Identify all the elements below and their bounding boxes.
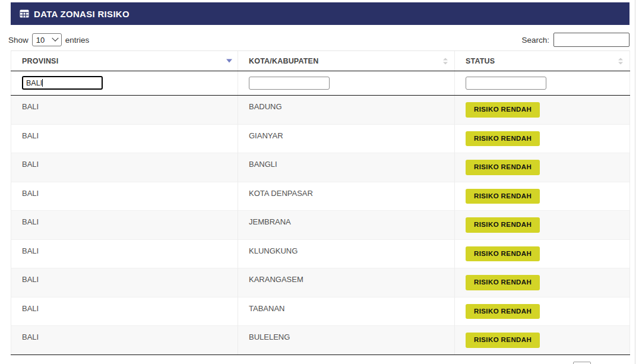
- cell-kota-kabupaten: GIANYAR: [238, 124, 455, 153]
- column-header-kota-kabupaten[interactable]: KOTA/KABUPATEN: [238, 51, 455, 71]
- entries-label: entries: [65, 36, 90, 45]
- page-length-control: Show 10 entries: [8, 33, 89, 46]
- cell-status: RISIKO RENDAH: [455, 268, 630, 297]
- cell-kota-kabupaten: KLUNGKUNG: [238, 239, 455, 268]
- status-badge: RISIKO RENDAH: [466, 333, 540, 348]
- table-icon: [20, 10, 29, 18]
- status-badge: RISIKO RENDAH: [466, 304, 540, 319]
- table-row: BALI BULELENG RISIKO RENDAH: [11, 326, 630, 355]
- status-badge: RISIKO RENDAH: [466, 131, 540, 147]
- table-row: BALI TABANAN RISIKO RENDAH: [11, 297, 630, 326]
- cell-kota-kabupaten: BULELENG: [238, 326, 455, 355]
- cell-provinsi: BALI: [11, 124, 238, 153]
- previous-page-button[interactable]: Previous: [527, 362, 574, 364]
- panel-title-bar: DATA ZONASI RISIKO: [11, 2, 629, 25]
- cell-status: RISIKO RENDAH: [455, 211, 630, 240]
- column-header-status[interactable]: STATUS: [455, 51, 630, 71]
- cell-provinsi: BALI: [11, 96, 238, 125]
- cell-provinsi: BALI: [11, 182, 238, 211]
- cell-kota-kabupaten: KOTA DENPASAR: [238, 182, 455, 211]
- data-zonasi-risiko-panel: DATA ZONASI RISIKO Show 10 entries Searc…: [8, 2, 629, 364]
- column-header-provinsi[interactable]: PROVINSI: [11, 51, 238, 71]
- cell-kota-kabupaten: KARANGASEM: [238, 268, 455, 297]
- table-row: BALI BANGLI RISIKO RENDAH: [11, 153, 630, 182]
- status-badge: RISIKO RENDAH: [466, 160, 540, 175]
- filter-input-kota-kabupaten[interactable]: [249, 77, 330, 90]
- page-title: DATA ZONASI RISIKO: [34, 9, 129, 19]
- filter-input-provinsi[interactable]: [22, 76, 103, 90]
- cell-status: RISIKO RENDAH: [455, 153, 630, 182]
- status-badge: RISIKO RENDAH: [466, 102, 540, 118]
- cell-provinsi: BALI: [11, 211, 238, 240]
- table-row: BALI KLUNGKUNG RISIKO RENDAH: [11, 239, 630, 268]
- cell-status: RISIKO RENDAH: [455, 239, 630, 268]
- sort-both-icon: [442, 58, 448, 64]
- search-label: Search:: [521, 36, 549, 45]
- cell-status: RISIKO RENDAH: [455, 124, 630, 153]
- status-badge: RISIKO RENDAH: [466, 246, 540, 262]
- cell-status: RISIKO RENDAH: [455, 326, 630, 355]
- status-badge: RISIKO RENDAH: [466, 217, 540, 233]
- show-label: Show: [8, 36, 29, 45]
- cell-provinsi: BALI: [11, 297, 238, 326]
- status-badge: RISIKO RENDAH: [466, 189, 540, 204]
- entries-select[interactable]: 10: [32, 33, 62, 46]
- cell-kota-kabupaten: BADUNG: [238, 96, 455, 125]
- entries-select-value: 10: [36, 36, 45, 45]
- table-header-row: PROVINSI KOTA/KABUPATEN STATUS: [11, 51, 630, 71]
- table-row: BALI JEMBRANA RISIKO RENDAH: [11, 211, 630, 240]
- cell-provinsi: BALI: [11, 239, 238, 268]
- cell-kota-kabupaten: TABANAN: [238, 297, 455, 326]
- sort-both-icon: [618, 58, 624, 64]
- cell-kota-kabupaten: BANGLI: [238, 153, 455, 182]
- current-page-button[interactable]: 1: [573, 362, 591, 364]
- cell-status: RISIKO RENDAH: [455, 182, 630, 211]
- table-filter-row: [11, 71, 630, 96]
- status-badge: RISIKO RENDAH: [466, 275, 540, 290]
- table-row: BALI KARANGASEM RISIKO RENDAH: [11, 268, 630, 297]
- cell-status: RISIKO RENDAH: [455, 96, 630, 125]
- filter-input-status[interactable]: [466, 77, 546, 90]
- cell-kota-kabupaten: JEMBRANA: [238, 211, 455, 240]
- table-body: BALI BADUNG RISIKO RENDAH BALI GIANYAR R…: [11, 96, 630, 355]
- table-row: BALI KOTA DENPASAR RISIKO RENDAH: [11, 182, 630, 211]
- chevron-down-icon: [52, 35, 58, 42]
- search-input[interactable]: [553, 33, 629, 47]
- table-footer: Showing 1 to 9 of 9 entries (filtered fr…: [8, 362, 629, 364]
- table-controls: Show 10 entries Search:: [8, 33, 629, 47]
- zonasi-risiko-table: PROVINSI KOTA/KABUPATEN STATUS: [11, 50, 630, 355]
- sort-desc-icon: [226, 58, 232, 64]
- text-cursor: [42, 79, 43, 87]
- table-row: BALI BADUNG RISIKO RENDAH: [11, 96, 630, 125]
- next-page-button[interactable]: Next: [591, 362, 624, 364]
- pagination: Previous 1 Next: [527, 362, 624, 364]
- cell-provinsi: BALI: [11, 326, 238, 355]
- cell-provinsi: BALI: [11, 268, 238, 297]
- search-control: Search:: [521, 33, 629, 47]
- cell-status: RISIKO RENDAH: [455, 297, 630, 326]
- page-right-divider: [635, 0, 635, 364]
- table-row: BALI GIANYAR RISIKO RENDAH: [11, 124, 630, 153]
- cell-provinsi: BALI: [11, 153, 238, 182]
